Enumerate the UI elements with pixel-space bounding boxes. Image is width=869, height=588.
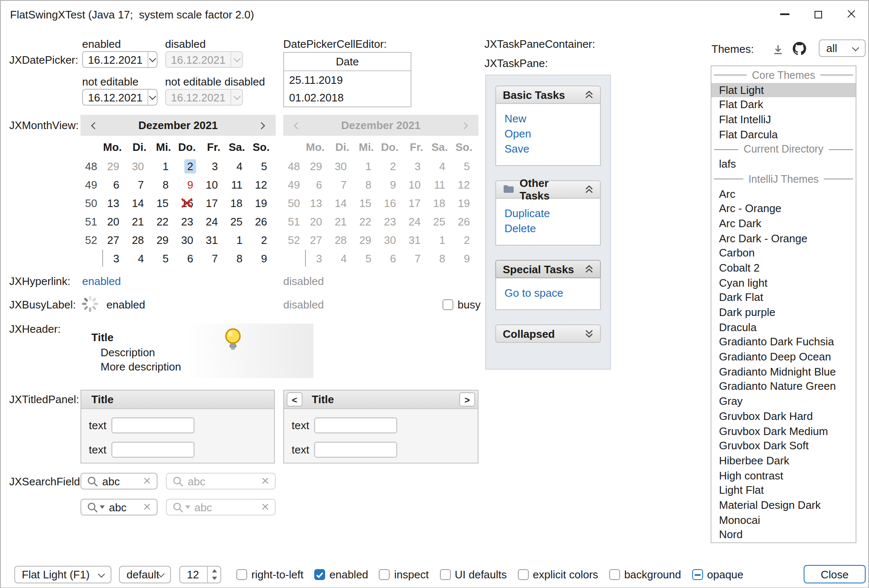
prev-month-button[interactable] — [89, 115, 101, 136]
checkbox-background[interactable]: background — [609, 568, 681, 581]
text-input[interactable] — [314, 442, 397, 458]
font-combobox[interactable]: default — [119, 566, 171, 583]
theme-item[interactable]: Gruvbox Dark Soft — [711, 438, 856, 453]
checkbox-ui-defaults[interactable]: UI defaults — [440, 568, 507, 581]
theme-item[interactable]: Flat Darcula — [711, 127, 856, 142]
theme-item[interactable]: Gray — [711, 394, 856, 409]
theme-item[interactable]: Gruvbox Dark Medium — [711, 424, 856, 438]
taskpane-link[interactable]: Duplicate — [504, 206, 592, 221]
theme-item[interactable]: Gradianto Nature Green — [711, 379, 856, 394]
theme-item[interactable]: Nord — [711, 528, 856, 542]
taskpane-header[interactable]: Special Tasks — [495, 260, 601, 278]
text-input[interactable] — [314, 417, 397, 433]
calendar-day-cell[interactable]: 31 — [202, 233, 226, 247]
theme-item[interactable]: Arc Dark — [711, 216, 856, 231]
calendar-day-cell[interactable]: 1 — [153, 159, 177, 173]
search-field-enabled[interactable]: abc — [80, 473, 158, 490]
calendar-day-cell[interactable]: 10 — [202, 177, 226, 192]
theme-item[interactable]: lafs — [711, 157, 856, 171]
calendar-day-cell[interactable]: 8 — [153, 177, 177, 192]
calendar-day-cell[interactable]: 26 — [251, 214, 276, 228]
calendar-day-cell[interactable]: 24 — [202, 214, 226, 228]
font-size-spinner[interactable]: 12 — [179, 566, 221, 583]
calendar-day-cell[interactable]: 20 — [103, 214, 128, 228]
theme-item[interactable]: Arc - Orange — [711, 201, 856, 216]
datepicker-not-editable[interactable]: 16.12.2021 — [82, 89, 158, 106]
calendar-day-cell[interactable]: 17 — [202, 196, 226, 210]
calendar-day-cell[interactable]: 18 — [226, 196, 251, 210]
calendar-day-cell[interactable]: 13 — [103, 196, 128, 210]
next-month-button[interactable] — [256, 115, 267, 136]
calendar-day-cell[interactable]: 4 — [226, 159, 251, 173]
text-input[interactable] — [111, 417, 194, 433]
busy-checkbox[interactable]: busy — [442, 298, 481, 311]
checkbox-right-to-left[interactable]: right-to-left — [236, 568, 303, 581]
maximize-button[interactable] — [801, 1, 835, 28]
theme-item[interactable]: Dark purple — [711, 305, 856, 320]
theme-item[interactable]: Dracula — [711, 320, 856, 334]
calendar-day-cell[interactable]: 15 — [153, 196, 177, 210]
datepicker-enabled[interactable]: 16.12.2021 — [82, 51, 158, 68]
taskpane-link[interactable]: Go to space — [504, 286, 592, 301]
theme-item[interactable]: Light Flat — [711, 483, 856, 498]
calendar-day-cell[interactable]: 21 — [128, 214, 153, 228]
calendar-day-cell[interactable]: 29 — [153, 233, 177, 247]
taskpane-header[interactable]: Collapsed — [495, 324, 601, 343]
calendar-day-cell[interactable]: 1 — [226, 233, 251, 247]
calendar-day-cell[interactable]: 19 — [251, 196, 276, 210]
calendar-day-cell[interactable]: 25 — [226, 214, 251, 228]
minimize-button[interactable] — [768, 1, 801, 28]
calendar-day-cell[interactable]: 28 — [128, 233, 153, 247]
cell-editor-row[interactable]: 25.11.2019 — [284, 71, 411, 89]
taskpane-link[interactable]: Save — [504, 142, 592, 157]
spinner-down-button[interactable] — [208, 575, 220, 583]
calendar-day-cell[interactable]: 4 — [128, 251, 153, 265]
search-value[interactable]: abc — [102, 475, 139, 487]
calendar-day-cell[interactable]: 30 — [128, 159, 153, 173]
spinner-up-button[interactable] — [208, 567, 220, 575]
taskpane-header[interactable]: Basic Tasks — [495, 85, 601, 104]
calendar-day-cell[interactable]: 3 — [202, 159, 226, 173]
datepicker-value[interactable]: 16.12.2021 — [83, 53, 147, 66]
theme-item[interactable]: Gradianto Deep Ocean — [711, 350, 856, 364]
taskpane-link[interactable]: Delete — [504, 221, 592, 236]
theme-item[interactable]: Gradianto Dark Fuchsia — [711, 335, 856, 350]
github-button[interactable] — [792, 41, 807, 56]
calendar-day-cell[interactable]: 9 — [251, 251, 276, 265]
close-window-button[interactable] — [835, 1, 868, 28]
calendar-day-cell[interactable]: 8 — [226, 251, 251, 265]
download-themes-button[interactable] — [770, 42, 785, 57]
clear-search-button[interactable] — [143, 477, 151, 485]
theme-item[interactable]: Cobalt 2 — [711, 261, 856, 275]
clear-search-button[interactable] — [143, 503, 151, 511]
datepicker-dropdown-button[interactable] — [147, 52, 157, 67]
calendar-day-cell[interactable]: 23 — [177, 214, 202, 228]
datepicker-dropdown-button[interactable] — [147, 90, 157, 105]
close-button[interactable]: Close — [804, 565, 866, 583]
theme-item[interactable]: Flat Light — [711, 83, 856, 97]
cell-editor-row[interactable]: 01.02.2018 — [284, 89, 411, 106]
theme-item[interactable]: Dark Flat — [711, 290, 856, 305]
calendar-day-cell[interactable]: 2 — [177, 159, 202, 173]
theme-item[interactable]: Cyan light — [711, 275, 856, 290]
theme-item[interactable]: High contrast — [711, 468, 856, 483]
calendar-day-cell[interactable]: 3 — [103, 251, 128, 265]
calendar-day-cell[interactable]: 7 — [202, 251, 226, 265]
calendar-day-cell[interactable]: 22 — [153, 214, 177, 228]
theme-item[interactable]: Monocai — [711, 513, 856, 527]
text-input[interactable] — [111, 442, 194, 458]
calendar-day-cell[interactable]: 11 — [226, 177, 251, 192]
theme-item[interactable]: Material Design Dark — [711, 498, 856, 513]
hyperlink-enabled[interactable]: enabled — [82, 275, 121, 288]
calendar-day-cell[interactable]: 30 — [177, 233, 202, 247]
theme-item[interactable]: Flat IntelliJ — [711, 112, 856, 127]
calendar-day-cell[interactable]: 29 — [103, 159, 128, 173]
calendar-day-cell[interactable]: 16 — [177, 196, 202, 210]
calendar-day-cell[interactable]: 5 — [153, 251, 177, 265]
calendar-day-cell[interactable]: 14 — [128, 196, 153, 210]
search-field-with-menu-enabled[interactable]: abc — [80, 499, 158, 515]
theme-item[interactable]: Hiberbee Dark — [711, 453, 856, 468]
calendar-day-cell[interactable]: 2 — [251, 233, 276, 247]
titled-panel-left-button[interactable]: < — [287, 392, 303, 407]
calendar-day-cell[interactable]: 6 — [103, 177, 128, 192]
